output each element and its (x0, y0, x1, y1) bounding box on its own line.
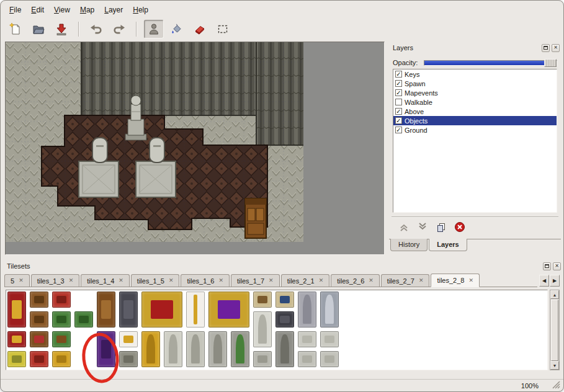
palette-tile-stone-statue[interactable] (164, 331, 182, 367)
opacity-slider[interactable] (424, 60, 557, 66)
close-panel-icon[interactable]: ✕ (553, 262, 561, 270)
palette-tile-gargoyle-statue[interactable] (208, 331, 227, 367)
palette-tile-knight-armor[interactable] (320, 292, 339, 327)
tab-close-icon[interactable]: ✕ (468, 278, 473, 283)
tab-history[interactable]: History (390, 239, 427, 251)
palette-tile-wooden-press[interactable] (30, 292, 48, 308)
tab-close-icon[interactable]: ✕ (19, 278, 24, 283)
scroll-down-icon[interactable]: ▼ (550, 361, 559, 370)
palette-tile-stone-tile-2[interactable] (320, 331, 339, 347)
palette-tile-rock[interactable] (119, 351, 138, 367)
palette-tile-red-throne[interactable] (141, 292, 182, 327)
delete-layer-button[interactable] (454, 221, 466, 233)
palette-tile-dark-door[interactable] (119, 292, 138, 327)
layer-row-above[interactable]: ✓ Above (393, 107, 557, 116)
opacity-slider-handle[interactable] (544, 59, 557, 67)
tab-close-icon[interactable]: ✕ (419, 278, 424, 283)
tileset-tab-tiles_2_8[interactable]: tiles_2_8 ✕ (431, 274, 480, 287)
palette-tile-bananas[interactable] (7, 351, 26, 367)
layer-checkbox[interactable]: ✓ (395, 89, 402, 96)
palette-tile-red-pot[interactable] (52, 292, 71, 308)
layer-checkbox[interactable]: ✓ (395, 71, 402, 78)
eraser-tool-button[interactable] (190, 20, 210, 38)
palette-tile-wooden-press-2[interactable] (30, 311, 48, 327)
tileset-palette[interactable] (6, 290, 548, 370)
float-panel-icon[interactable] (543, 262, 551, 270)
palette-tile-purple-door[interactable] (97, 331, 115, 367)
palette-tile-gold-chain[interactable] (119, 331, 138, 347)
palette-tile-angel-statue[interactable] (186, 331, 205, 367)
layer-checkbox[interactable]: ✓ (395, 127, 402, 133)
undo-button[interactable] (86, 20, 106, 38)
tab-close-icon[interactable]: ✕ (119, 278, 123, 283)
resize-grip[interactable] (552, 381, 560, 389)
new-file-button[interactable] (6, 20, 25, 38)
palette-tile-wooden-cabinet[interactable] (97, 292, 115, 327)
palette-tile-stone-tile-4[interactable] (320, 351, 339, 367)
tab-close-icon[interactable]: ✕ (169, 278, 174, 283)
layer-row-ground[interactable]: ✓ Ground (393, 125, 557, 135)
palette-tile-stone-tile-3[interactable] (298, 351, 316, 367)
scroll-tabs-right-icon[interactable]: ▶ (550, 275, 560, 287)
palette-tile-red-pot-2[interactable] (30, 351, 48, 367)
tileset-tab-tiles_2_6[interactable]: tiles_2_6 ✕ (331, 274, 380, 287)
redo-button[interactable] (109, 20, 129, 38)
tileset-tab-tiles_1_7[interactable]: tiles_1_7 ✕ (231, 274, 280, 287)
tab-close-icon[interactable]: ✕ (319, 278, 324, 283)
layer-row-objects[interactable]: ✓ Objects (393, 116, 557, 125)
layer-row-keys[interactable]: ✓ Keys (393, 69, 557, 79)
layer-row-spawn[interactable]: ✓ Spawn (393, 79, 557, 88)
save-button[interactable] (51, 20, 71, 38)
palette-tile-red-banner[interactable] (7, 292, 26, 327)
palette-tile-potted-plant[interactable] (52, 331, 71, 347)
tab-close-icon[interactable]: ✕ (69, 278, 74, 283)
layer-checkbox[interactable]: ✓ (395, 108, 402, 115)
layer-checkbox[interactable] (395, 99, 402, 105)
select-tool-button[interactable] (213, 20, 233, 38)
tab-close-icon[interactable]: ✕ (219, 278, 224, 283)
scroll-up-icon[interactable]: ▲ (550, 290, 559, 299)
menu-view[interactable]: View (49, 4, 75, 16)
map-viewport[interactable] (5, 42, 385, 255)
fill-tool-button[interactable] (167, 20, 187, 38)
tileset-tab-tiles_1_3[interactable]: tiles_1_3 ✕ (31, 274, 80, 287)
palette-tile-plant-2[interactable] (74, 311, 93, 327)
palette-tile-gold-candelabra[interactable] (186, 292, 205, 327)
tileset-tab-tiles_2_1[interactable]: tiles_2_1 ✕ (281, 274, 330, 287)
menu-help[interactable]: Help (128, 4, 153, 16)
palette-tile-stone-gargoyle[interactable] (298, 292, 316, 327)
open-button[interactable] (29, 20, 48, 38)
palette-tile-framed-picture[interactable] (253, 292, 272, 308)
layer-row-mapevents[interactable]: ✓ Mapevents (393, 88, 557, 97)
palette-tile-gold-horn[interactable] (52, 351, 71, 367)
palette-tile-purple-throne[interactable] (208, 292, 249, 327)
layer-checkbox[interactable]: ✓ (395, 117, 402, 124)
move-layer-down-button[interactable] (416, 221, 429, 233)
palette-tile-white-obelisk[interactable] (253, 311, 272, 347)
palette-tile-tombstone[interactable] (275, 331, 294, 367)
tileset-tab-tiles_1_5[interactable]: tiles_1_5 ✕ (131, 274, 180, 287)
close-panel-icon[interactable]: ✕ (552, 44, 560, 52)
scrollbar-thumb[interactable] (551, 300, 558, 361)
palette-tile-plant[interactable] (52, 311, 71, 327)
palette-tile-stone-tile[interactable] (298, 331, 316, 347)
stamp-tool-button[interactable] (144, 20, 164, 38)
palette-tile-obelisk-base[interactable] (253, 351, 272, 367)
palette-tile-bookshelf[interactable] (30, 331, 48, 347)
palette-scrollbar[interactable]: ▲ ▼ (550, 290, 560, 370)
layer-checkbox[interactable]: ✓ (395, 80, 402, 87)
menu-map[interactable]: Map (75, 4, 99, 16)
tileset-tab-tiles_1_6[interactable]: tiles_1_6 ✕ (181, 274, 230, 287)
menu-edit[interactable]: Edit (26, 4, 49, 16)
float-panel-icon[interactable] (542, 44, 550, 52)
tileset-tab-tiles_2_7[interactable]: tiles_2_7 ✕ (381, 274, 430, 287)
scroll-tabs-left-icon[interactable]: ◀ (539, 275, 549, 287)
menu-file[interactable]: File (4, 4, 26, 16)
palette-tile-framed-picture-2[interactable] (275, 292, 294, 308)
tab-layers[interactable]: Layers (429, 239, 467, 251)
palette-tile-plant-vase[interactable] (231, 331, 249, 367)
move-layer-up-button[interactable] (398, 221, 410, 233)
duplicate-layer-button[interactable] (435, 221, 447, 233)
tileset-tab-5[interactable]: 5 ✕ (4, 274, 30, 287)
tab-close-icon[interactable]: ✕ (369, 278, 374, 283)
